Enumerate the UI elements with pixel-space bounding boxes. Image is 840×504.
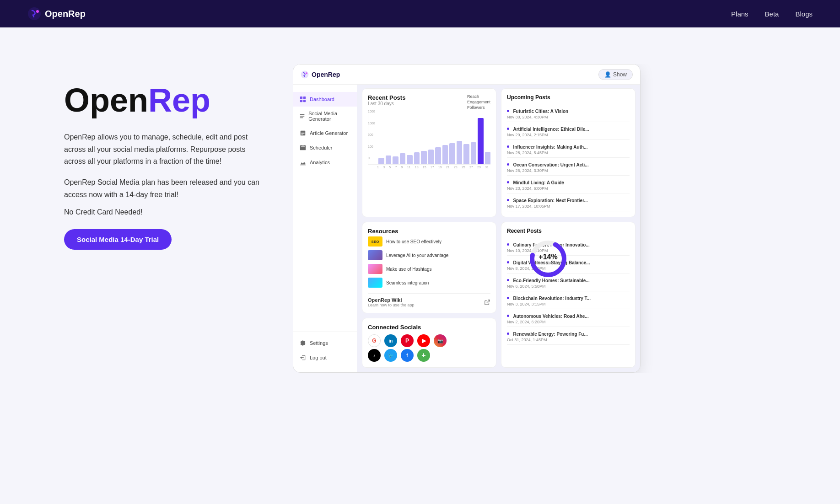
analytics-icon: [300, 159, 306, 166]
hero-right: OpenRep 👤 Show Dashboard: [293, 64, 803, 373]
pinterest-icon[interactable]: P: [401, 334, 414, 347]
upcoming-item-5: Space Exploration: Next Frontier... Nov …: [507, 193, 630, 211]
cta-button[interactable]: Social Media 14-Day Trial: [64, 229, 172, 250]
bar-15-highlight: [478, 118, 484, 164]
dashboard-main: Recent Posts Last 30 days Reach Engageme…: [357, 64, 640, 372]
upcoming-list: Futuristic Cities: A Vision Nov 30, 2024…: [507, 104, 630, 211]
chart-y-axis: 1500 1000 500 100 0: [368, 110, 376, 160]
bar-9: [435, 147, 441, 164]
donut-chart: +14% Since last week: [528, 238, 569, 279]
svg-rect-4: [300, 97, 302, 99]
upcoming-item-title-3: Ocean Conservation: Urgent Acti...: [513, 162, 588, 167]
bar-13: [463, 144, 469, 164]
sidebar-bottom: Settings Log out: [293, 328, 357, 365]
upcoming-dot-3: [507, 163, 509, 166]
youtube-icon[interactable]: ▶: [417, 334, 430, 347]
recent-post-dot-4: [507, 315, 509, 317]
add-social-icon[interactable]: +: [417, 349, 430, 362]
upcoming-item-title-4: Mindful Living: A Guide: [513, 180, 564, 185]
recent-post-date-4: Nov 2, 2024, 6:20PM: [507, 320, 630, 324]
donut-pct: +14%: [538, 253, 557, 261]
nav-links: Plans Beta Blogs: [731, 10, 813, 18]
resource-thumb-3: [368, 278, 382, 288]
mockup-logo-icon: [301, 70, 309, 79]
hero-title-black: Open: [64, 82, 148, 118]
upcoming-item-0: Futuristic Cities: A Vision Nov 30, 2024…: [507, 104, 630, 122]
instagram-icon[interactable]: 📷: [434, 334, 447, 347]
x-3: 3: [383, 166, 385, 169]
resources-list: SEO How to use SEO effectively Leverage …: [368, 235, 490, 290]
bar-1: [378, 158, 384, 164]
mockup-logo-text: OpenRep: [312, 71, 340, 78]
bar-11: [449, 143, 455, 164]
sidebar-item-scheduler[interactable]: Scheduler: [293, 140, 357, 155]
navbar: OpenRep Plans Beta Blogs: [0, 0, 840, 27]
svg-point-2: [301, 70, 309, 78]
facebook-icon[interactable]: f: [401, 349, 414, 362]
show-button[interactable]: 👤 Show: [598, 69, 633, 80]
connected-socials-card: Connected Socials G in P ▶ 📷 ♪ 🐦 f: [362, 318, 496, 368]
hero-nocredit: No Credit Card Needed!: [64, 208, 265, 216]
resources-title: Resources: [368, 228, 490, 235]
nav-plans[interactable]: Plans: [731, 10, 748, 18]
recent-post-dot-3: [507, 297, 509, 299]
nav-beta[interactable]: Beta: [765, 10, 779, 18]
recent-post-dot-5: [507, 332, 509, 335]
recent-post-5: Renewable Energy: Powering Fu... Oct 31,…: [507, 327, 630, 345]
logo-icon: [27, 7, 41, 21]
google-icon[interactable]: G: [368, 334, 381, 347]
svg-rect-10: [300, 118, 303, 118]
nav-logo[interactable]: OpenRep: [27, 7, 86, 21]
resource-text-0: How to use SEO effectively: [386, 239, 442, 244]
svg-rect-7: [303, 100, 306, 102]
x-9: 9: [401, 166, 403, 169]
upcoming-item-1: Artificial Intelligence: Ethical Dile...…: [507, 122, 630, 140]
social-icons-grid: G in P ▶ 📷: [368, 334, 490, 347]
linkedin-icon[interactable]: in: [384, 334, 397, 347]
openrep-wiki[interactable]: OpenRep Wiki Learn how to use the app: [368, 293, 490, 307]
resource-item-0: SEO How to use SEO effectively: [368, 235, 490, 248]
x-11: 11: [407, 166, 411, 169]
bar-5: [407, 155, 413, 164]
upcoming-dot-5: [507, 199, 509, 201]
recent-post-4: Autonomous Vehicles: Road Ahe... Nov 2, …: [507, 309, 630, 327]
upcoming-item-title-2: Influencer Insights: Making Auth...: [513, 145, 587, 150]
svg-point-0: [28, 7, 41, 20]
svg-rect-6: [300, 100, 302, 102]
logout-icon: [300, 354, 306, 361]
sidebar-item-article[interactable]: Article Generator: [293, 126, 357, 140]
scheduler-icon: [300, 145, 306, 151]
hero-left: OpenRep OpenRep allows you to manage, sc…: [64, 64, 265, 250]
recent-posts-card: Recent Posts Last 30 days Reach Engageme…: [362, 88, 496, 217]
bar-6: [414, 152, 420, 164]
svg-point-1: [36, 10, 39, 13]
upcoming-item-date-3: Nov 26, 2024, 3:30PM: [507, 168, 630, 173]
bar-16: [485, 152, 491, 164]
x-29: 29: [477, 166, 481, 169]
recent-post-dot-2: [507, 279, 509, 281]
sidebar-item-social[interactable]: Social Media Generator: [293, 107, 357, 126]
nav-blogs[interactable]: Blogs: [795, 10, 813, 18]
sidebar-item-settings[interactable]: Settings: [293, 336, 357, 350]
sidebar-item-analytics[interactable]: Analytics: [293, 155, 357, 170]
recent-post-date-2: Nov 6, 2024, 5:50PM: [507, 284, 630, 289]
tiktok-icon[interactable]: ♪: [368, 349, 381, 362]
recent-posts-right-title: Recent Posts: [507, 228, 630, 234]
x-1: 1: [377, 166, 379, 169]
twitter-icon[interactable]: 🐦: [384, 349, 397, 362]
x-7: 7: [395, 166, 397, 169]
mockup-logo: OpenRep: [301, 70, 340, 79]
x-17: 17: [431, 166, 434, 169]
sidebar-item-dashboard[interactable]: Dashboard: [293, 92, 357, 107]
mockup-topbar: OpenRep 👤 Show: [293, 64, 640, 85]
legend-engagement: Engagement: [467, 100, 490, 104]
bar-14: [471, 142, 477, 164]
upcoming-item-date-0: Nov 30, 2024, 4:30PM: [507, 115, 630, 119]
sidebar: Dashboard Social Media Generator Article…: [293, 64, 357, 372]
legend-followers: Followers: [467, 105, 490, 110]
sidebar-item-logout[interactable]: Log out: [293, 350, 357, 365]
upcoming-dot-2: [507, 145, 509, 148]
recent-post-title-4: Autonomous Vehicles: Road Ahe...: [513, 314, 588, 319]
donut-label: Since last week: [535, 261, 561, 265]
article-icon: [300, 130, 306, 136]
